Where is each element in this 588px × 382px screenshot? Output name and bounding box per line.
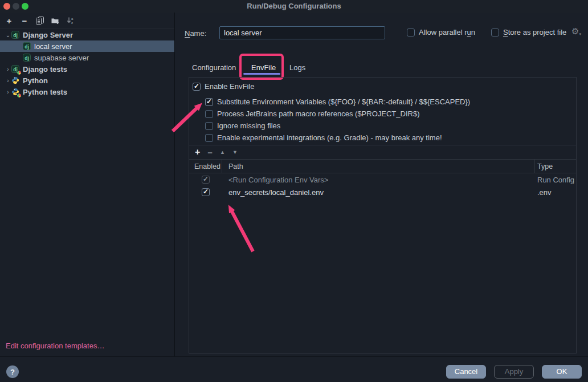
tab-logs[interactable]: Logs <box>289 62 305 74</box>
checkbox[interactable] <box>205 134 213 142</box>
configurations-tree: ⌄ dj Django Server dj local server dj su… <box>0 29 174 97</box>
remove-env-file-icon[interactable]: − <box>207 148 213 157</box>
tree-item-supabase-server[interactable]: dj supabase server <box>0 52 174 63</box>
option-label: Process JetBrains path macro references … <box>217 109 419 118</box>
tab-envfile[interactable]: EnvFile <box>251 62 276 74</box>
chevron-right-icon[interactable]: › <box>5 66 11 72</box>
ignore-missing-files-checkbox[interactable]: Ignore missing files <box>205 120 576 132</box>
tree-item-python[interactable]: › Python <box>0 75 174 86</box>
chevron-right-icon[interactable]: › <box>5 89 11 95</box>
tree-item-django-server[interactable]: ⌄ dj Django Server <box>0 29 174 40</box>
checkbox[interactable] <box>491 29 499 36</box>
ok-button[interactable]: OK <box>542 365 582 379</box>
tree-item-label: Django Server <box>23 31 73 39</box>
help-button[interactable]: ? <box>6 365 19 378</box>
svg-text:dj: dj <box>24 44 29 50</box>
tests-badge <box>17 71 21 75</box>
gear-icon[interactable]: ⚙▾ <box>571 26 581 36</box>
allow-parallel-run-label: Allow parallel run <box>419 28 475 36</box>
column-header-enabled: Enabled <box>189 160 222 173</box>
table-header: Enabled Path Type <box>189 160 576 173</box>
table-row-run-config-env-vars[interactable]: <Run Configuration Env Vars> Run Config <box>189 173 576 186</box>
python-icon <box>11 76 19 84</box>
add-configuration-icon[interactable]: + <box>5 16 14 25</box>
checkbox[interactable] <box>205 122 213 130</box>
store-as-project-file-checkbox[interactable]: Store as project file <box>491 28 566 36</box>
tab-configuration[interactable]: Configuration <box>192 62 236 74</box>
svg-text:z: z <box>71 21 73 25</box>
python-tests-icon <box>11 88 19 96</box>
row-enabled-checkbox[interactable] <box>202 188 210 196</box>
option-label: Enable EnvFile <box>205 82 254 91</box>
experimental-integrations-checkbox[interactable]: Enable experimental integrations (e.g. G… <box>205 132 576 144</box>
checkbox[interactable] <box>193 83 201 91</box>
process-path-macros-checkbox[interactable]: Process JetBrains path macro references … <box>205 108 576 120</box>
row-enabled-checkbox[interactable] <box>202 176 210 184</box>
name-input[interactable] <box>219 26 385 39</box>
envfile-tab-panel: Enable EnvFile Substitute Environment Va… <box>189 77 577 353</box>
apply-button[interactable]: Apply <box>494 365 534 379</box>
checkbox[interactable] <box>407 29 415 36</box>
chevron-down-icon[interactable]: ⌄ <box>5 32 11 38</box>
row-type: Run Config <box>537 176 574 184</box>
allow-parallel-run-checkbox[interactable]: Allow parallel run <box>407 28 475 36</box>
row-path: env_secrets/local_daniel.env <box>228 188 324 197</box>
row-type: .env <box>537 188 552 197</box>
django-icon: dj <box>23 54 31 62</box>
dialog-footer: ? Cancel Apply OK <box>0 356 588 382</box>
tree-item-label: Django tests <box>23 65 67 74</box>
tree-item-django-tests[interactable]: › dj Django tests <box>0 63 174 75</box>
svg-text:dj: dj <box>24 55 29 61</box>
tests-badge <box>17 94 21 97</box>
sidebar-toolbar: + − az <box>0 13 174 29</box>
run-debug-configurations-dialog: Run/Debug Configurations + − az ⌄ dj Dja… <box>0 0 588 382</box>
column-header-type: Type <box>535 160 576 173</box>
option-label: Substitute Environment Variables (${FOO}… <box>217 97 470 106</box>
remove-configuration-icon[interactable]: − <box>20 16 29 25</box>
move-down-icon[interactable]: ▼ <box>232 149 238 155</box>
checkbox[interactable] <box>205 98 213 106</box>
copy-configuration-icon[interactable] <box>35 16 44 25</box>
window-title: Run/Debug Configurations <box>0 2 588 10</box>
chevron-right-icon[interactable]: › <box>5 78 11 84</box>
configuration-editor: Name: Allow parallel run Store as projec… <box>175 13 588 356</box>
env-files-table: + − ▲ ▼ Enabled Path Type <Run Configura… <box>189 145 576 353</box>
svg-text:a: a <box>71 17 74 21</box>
sort-configurations-icon[interactable]: az <box>66 16 75 25</box>
column-header-path: Path <box>222 160 535 173</box>
tree-item-label: Python <box>23 76 48 85</box>
new-folder-icon[interactable] <box>51 16 60 25</box>
selected-tab-underline <box>243 73 280 75</box>
django-tests-icon: dj <box>11 65 19 73</box>
tree-item-label: supabase server <box>34 54 89 62</box>
tree-item-python-tests[interactable]: › Python tests <box>0 86 174 97</box>
tree-item-local-server[interactable]: dj local server <box>0 40 174 52</box>
checkbox[interactable] <box>205 110 213 118</box>
option-label: Ignore missing files <box>217 121 280 130</box>
tree-item-label: local server <box>34 42 72 51</box>
substitute-env-vars-checkbox[interactable]: Substitute Environment Variables (${FOO}… <box>205 96 576 108</box>
name-label: Name: <box>185 29 206 38</box>
add-env-file-icon[interactable]: + <box>195 147 200 157</box>
title-bar: Run/Debug Configurations <box>0 0 588 13</box>
move-up-icon[interactable]: ▲ <box>220 149 225 155</box>
django-icon: dj <box>23 42 31 50</box>
option-label: Enable experimental integrations (e.g. G… <box>217 133 442 142</box>
table-row-env-secrets-file[interactable]: env_secrets/local_daniel.env .env <box>189 186 576 198</box>
edit-configuration-templates-link[interactable]: Edit configuration templates… <box>6 342 104 350</box>
enable-envfile-checkbox[interactable]: Enable EnvFile <box>193 80 576 92</box>
svg-text:dj: dj <box>13 32 18 38</box>
configurations-sidebar: + − az ⌄ dj Django Server dj <box>0 13 175 356</box>
env-files-table-toolbar: + − ▲ ▼ <box>189 145 576 160</box>
django-icon: dj <box>11 31 19 39</box>
row-path: <Run Configuration Env Vars> <box>228 176 328 184</box>
tree-item-label: Python tests <box>23 88 67 96</box>
cancel-button[interactable]: Cancel <box>446 365 486 379</box>
store-as-project-file-label: Store as project file <box>503 28 566 36</box>
